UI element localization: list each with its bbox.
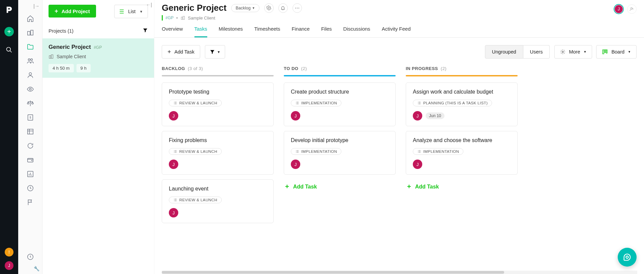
- search-icon[interactable]: [6, 46, 12, 55]
- svg-point-27: [562, 51, 563, 53]
- seg-users[interactable]: Users: [523, 45, 550, 59]
- list-icon: ☰: [119, 8, 124, 15]
- tab-activity[interactable]: Activity Feed: [382, 26, 411, 37]
- task-card[interactable]: Assign work and calculate budget PLANNIN…: [406, 82, 518, 126]
- horizontal-scrollbar[interactable]: [162, 271, 637, 274]
- current-user-avatar[interactable]: J: [614, 4, 624, 14]
- wallet-icon[interactable]: [27, 156, 34, 164]
- assignee-avatar: J: [169, 111, 178, 121]
- clients-icon[interactable]: [27, 29, 34, 36]
- lane-add-task[interactable]: +Add Task: [284, 179, 396, 194]
- project-code-crumb: #GP: [165, 15, 174, 20]
- filter-icon[interactable]: [143, 28, 148, 34]
- history-icon[interactable]: [27, 253, 34, 261]
- page-title: Generic Project: [162, 3, 226, 13]
- tab-files[interactable]: Files: [321, 26, 332, 37]
- view-mode-dropdown[interactable]: ☰ List ▼: [114, 5, 148, 18]
- tab-timesheets[interactable]: Timesheets: [254, 26, 280, 37]
- project-name: Generic Project: [49, 44, 91, 50]
- invoice-icon[interactable]: $: [27, 114, 34, 121]
- building-icon: [181, 15, 185, 20]
- add-project-button[interactable]: + Add Project: [49, 5, 96, 18]
- task-list-tag: IMPLEMENTATION: [291, 100, 341, 106]
- add-project-label: Add Project: [62, 8, 90, 14]
- settings-wrench-icon[interactable]: 🔧: [34, 266, 39, 271]
- home-icon[interactable]: [27, 15, 34, 22]
- svg-rect-24: [181, 17, 182, 20]
- tab-tasks[interactable]: Tasks: [194, 26, 207, 37]
- assignee-avatar: J: [169, 208, 178, 217]
- svg-point-14: [31, 160, 32, 161]
- tab-discussions[interactable]: Discussions: [343, 26, 370, 37]
- bell-icon[interactable]: [278, 3, 288, 13]
- assignee-avatar: J: [291, 160, 300, 169]
- reports-icon[interactable]: [27, 170, 34, 178]
- tab-finance[interactable]: Finance: [292, 26, 310, 37]
- plus-icon: +: [407, 183, 411, 191]
- assignee-avatar: J: [169, 160, 178, 169]
- table-icon[interactable]: [27, 128, 34, 135]
- task-list-tag: PLANNING (THIS IS A TASK LIST): [413, 100, 492, 106]
- sync-icon[interactable]: [27, 142, 34, 149]
- task-card[interactable]: Analyze and choose the software IMPLEMEN…: [406, 131, 518, 175]
- svg-rect-22: [51, 55, 53, 59]
- create-fab[interactable]: +: [4, 27, 14, 36]
- chevron-down-icon: ▼: [252, 6, 255, 10]
- task-card[interactable]: Launching event REVIEW & LAUNCH J: [162, 179, 274, 223]
- add-member-icon[interactable]: [627, 4, 637, 14]
- lane-accent: [406, 75, 518, 76]
- lane-title: IN PROGRESS: [406, 66, 438, 71]
- projects-icon[interactable]: [27, 43, 34, 50]
- expand-icon[interactable]: |→: [33, 3, 39, 8]
- lane-add-task[interactable]: +Add Task: [406, 179, 518, 194]
- task-card[interactable]: Prototype testing REVIEW & LAUNCH J: [162, 82, 274, 126]
- svg-rect-28: [603, 50, 604, 54]
- balance-icon[interactable]: [27, 100, 34, 107]
- svg-point-0: [7, 47, 11, 52]
- task-card[interactable]: Develop initial prototype IMPLEMENTATION…: [284, 131, 396, 175]
- tab-milestones[interactable]: Milestones: [219, 26, 243, 37]
- lane-count: (2): [301, 66, 307, 71]
- support-chat-bubble[interactable]: [618, 248, 637, 267]
- svg-rect-29: [605, 50, 606, 53]
- caret-down-icon: ▼: [140, 10, 143, 13]
- flag-icon[interactable]: [27, 199, 34, 206]
- time-icon[interactable]: [27, 184, 34, 192]
- kanban-board: BACKLOG(3 of 3) Prototype testing REVIEW…: [154, 65, 644, 274]
- settings-icon[interactable]: [264, 3, 274, 13]
- lane-accent: [284, 75, 396, 76]
- app-rail: + ! J: [0, 0, 18, 274]
- task-title: Analyze and choose the software: [413, 137, 511, 143]
- svg-point-6: [29, 73, 31, 75]
- svg-rect-21: [49, 56, 51, 58]
- task-list-tag: IMPLEMENTATION: [413, 148, 463, 155]
- task-title: Create product structure: [291, 89, 389, 95]
- add-task-label: Add Task: [175, 49, 194, 55]
- team-icon[interactable]: [27, 57, 34, 65]
- tab-overview[interactable]: Overview: [162, 26, 183, 37]
- stage-chip[interactable]: Backlog ▼: [231, 4, 259, 12]
- lane-accent: [162, 75, 274, 76]
- assignee-avatar: J: [413, 160, 422, 169]
- task-card[interactable]: Create product structure IMPLEMENTATION …: [284, 82, 396, 126]
- contact-icon[interactable]: [27, 71, 34, 79]
- more-icon[interactable]: ⋯: [293, 3, 302, 13]
- collapse-panel-icon[interactable]: ←|: [146, 2, 152, 7]
- watch-icon[interactable]: [27, 85, 34, 93]
- project-item[interactable]: Generic Project #GP Sample Client 4 h 50…: [42, 38, 154, 78]
- filter-dropdown[interactable]: ▼: [205, 45, 225, 59]
- add-task-button[interactable]: + Add Task: [162, 45, 200, 59]
- app-logo: [5, 6, 13, 13]
- assignee-avatar: J: [413, 111, 422, 121]
- task-card[interactable]: Fixing problems REVIEW & LAUNCH J: [162, 131, 274, 175]
- seg-ungrouped[interactable]: Ungrouped: [485, 45, 523, 59]
- user-avatar[interactable]: J: [5, 261, 13, 270]
- nav-rail: |→ $ 🔧: [18, 0, 42, 274]
- scrollbar-thumb[interactable]: [162, 271, 504, 274]
- time-spent-pill: 4 h 50 m: [49, 64, 74, 72]
- svg-point-73: [626, 256, 628, 259]
- warning-badge[interactable]: !: [5, 248, 13, 256]
- task-title: Assign work and calculate budget: [413, 89, 511, 95]
- more-menu[interactable]: More ▼: [554, 45, 592, 59]
- board-view-dropdown[interactable]: Board ▼: [596, 45, 637, 59]
